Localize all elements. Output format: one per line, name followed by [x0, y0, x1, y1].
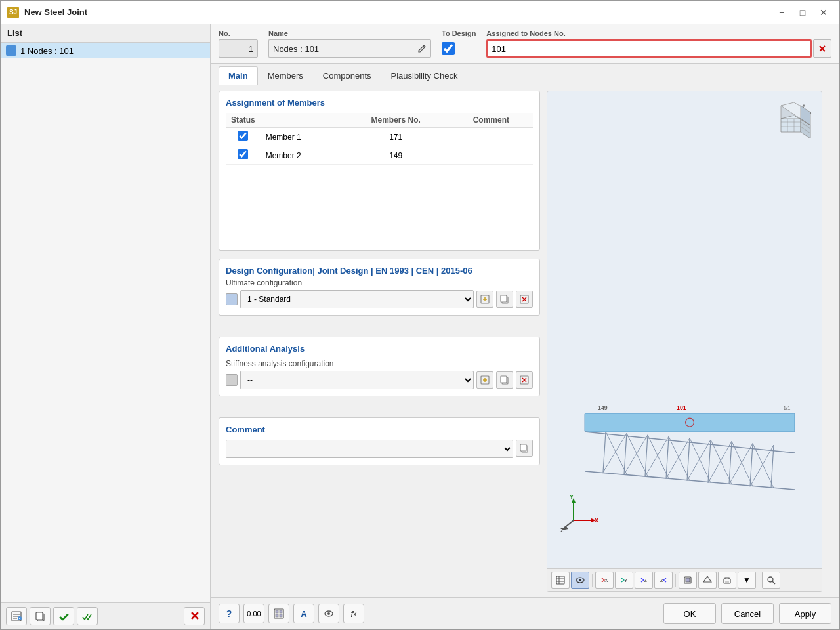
- svg-marker-17: [781, 119, 801, 132]
- ultimate-delete-button[interactable]: [516, 291, 533, 308]
- svg-rect-29: [585, 413, 795, 432]
- view-search-button[interactable]: [762, 572, 780, 589]
- svg-rect-10: [501, 376, 507, 383]
- name-input-container: [268, 39, 431, 58]
- ultimate-config-select[interactable]: 1 - Standard 2 - Custom: [240, 290, 474, 308]
- tab-main[interactable]: Main: [219, 66, 258, 85]
- axis-indicator: Y X Z: [560, 494, 600, 536]
- tab-plausibility[interactable]: Plausibility Check: [381, 66, 468, 85]
- assigned-nodes-field-group: Assigned to Nodes No.: [486, 30, 831, 58]
- assigned-nodes-input-row: [486, 39, 831, 58]
- bottom-bar: ? 0.00 A fx OK Cancel Apply: [211, 597, 839, 629]
- cancel-button[interactable]: Cancel: [721, 603, 774, 624]
- ultimate-new-button[interactable]: [476, 291, 494, 308]
- assignment-section: Assignment of Members Status Members No.…: [219, 91, 540, 251]
- svg-text:149: 149: [598, 404, 608, 411]
- top-fields: No. 1 Name To Design: [211, 24, 839, 64]
- svg-rect-28: [574, 371, 795, 529]
- maximize-button[interactable]: □: [793, 5, 812, 20]
- name-label: Name: [268, 30, 431, 37]
- member2-checkbox-cell: [226, 146, 261, 165]
- view-more-button[interactable]: ▼: [738, 572, 756, 589]
- apply-button[interactable]: Apply: [779, 603, 831, 624]
- member1-checkbox[interactable]: [238, 131, 248, 141]
- svg-rect-89: [280, 610, 282, 613]
- svg-text:1/1: 1/1: [783, 405, 791, 411]
- comment-select[interactable]: [226, 440, 513, 458]
- view-print-button[interactable]: [718, 572, 736, 589]
- assigned-nodes-label: Assigned to Nodes No.: [486, 30, 831, 37]
- view-table-button[interactable]: [551, 572, 570, 589]
- left-toolbar: ✕: [1, 602, 210, 629]
- list-item-label: 1 Nodes : 101: [20, 46, 74, 56]
- 3d-canvas: y x: [547, 91, 822, 568]
- ultimate-label: Ultimate configuration: [226, 278, 533, 287]
- view-y-button[interactable]: Y: [615, 572, 633, 589]
- view-eye-button[interactable]: [571, 572, 589, 589]
- right-panel: No. 1 Name To Design: [211, 24, 839, 629]
- cube-container: y x: [768, 99, 814, 147]
- tab-members[interactable]: Members: [258, 66, 313, 85]
- member2-number: 149: [343, 146, 450, 165]
- member1-checkbox-cell: [226, 128, 261, 146]
- member1-number: 171: [343, 128, 450, 146]
- to-design-field-group: To Design: [442, 30, 476, 58]
- name-edit-button[interactable]: [413, 39, 431, 58]
- decimal-button[interactable]: 0.00: [243, 604, 264, 623]
- formula-button[interactable]: fx: [343, 604, 364, 623]
- ultimate-color-icon: [226, 293, 238, 305]
- stiffness-copy-button[interactable]: [496, 371, 513, 388]
- view-x-button[interactable]: X: [595, 572, 614, 589]
- assigned-nodes-clear-button[interactable]: [813, 39, 831, 58]
- additional-analysis-section: Additional Analysis Stiffness analysis c…: [219, 337, 540, 396]
- stiffness-new-button[interactable]: [476, 371, 494, 388]
- name-input[interactable]: [268, 39, 413, 58]
- copy-item-button[interactable]: [30, 607, 51, 625]
- svg-text:Y: Y: [570, 494, 574, 500]
- name-field-group: Name: [268, 30, 431, 58]
- view-joint-button[interactable]: [698, 572, 717, 589]
- dialog-buttons: OK Cancel Apply: [663, 603, 831, 624]
- tab-components[interactable]: Components: [313, 66, 381, 85]
- help-button[interactable]: ?: [219, 604, 240, 623]
- add-item-button[interactable]: [6, 607, 27, 625]
- view-nz-button[interactable]: Z: [654, 572, 673, 589]
- to-design-checkbox[interactable]: [442, 42, 455, 55]
- delete-item-button[interactable]: ✕: [184, 607, 205, 625]
- view-toolbar: X Y Z Z: [547, 568, 822, 591]
- cube-icon: y x: [768, 99, 814, 145]
- stiffness-label: Stiffness analysis configuration: [226, 359, 533, 368]
- stiffness-delete-button[interactable]: [516, 371, 533, 388]
- svg-text:y: y: [803, 102, 805, 108]
- main-window: SJ New Steel Joint − □ ✕ List 1 Nodes : …: [0, 0, 840, 630]
- stiffness-config-select[interactable]: -- 1 - Standard: [240, 371, 474, 389]
- grid-button[interactable]: [268, 604, 289, 623]
- svg-text:Z: Z: [660, 578, 663, 583]
- font-button[interactable]: A: [293, 604, 314, 623]
- toolbar-separator2: [675, 574, 676, 587]
- member2-checkbox[interactable]: [238, 149, 248, 159]
- comment-copy-button[interactable]: [516, 440, 533, 457]
- svg-text:X: X: [604, 578, 608, 583]
- check-button[interactable]: [53, 607, 74, 625]
- list-header: List: [1, 24, 210, 43]
- tab-main-content: Assignment of Members Status Members No.…: [219, 85, 831, 597]
- close-button[interactable]: ✕: [814, 5, 833, 20]
- view-z-button[interactable]: Z: [635, 572, 653, 589]
- ok-button[interactable]: OK: [663, 603, 716, 624]
- assigned-nodes-input[interactable]: [486, 39, 812, 58]
- member2-name: Member 2: [261, 146, 343, 165]
- col-comment: Comment: [450, 113, 533, 128]
- left-tab-content: Assignment of Members Status Members No.…: [219, 91, 540, 592]
- minimize-button[interactable]: −: [772, 5, 791, 20]
- view-options-button[interactable]: [318, 604, 339, 623]
- list-item[interactable]: 1 Nodes : 101: [1, 43, 210, 58]
- toolbar-separator3: [759, 574, 759, 587]
- view-model-button[interactable]: [679, 572, 697, 589]
- check2-button[interactable]: [77, 607, 98, 625]
- svg-point-75: [579, 579, 581, 581]
- svg-rect-70: [556, 576, 564, 584]
- comment-row: [226, 440, 533, 458]
- svg-rect-6: [501, 295, 507, 302]
- ultimate-copy-button[interactable]: [496, 291, 513, 308]
